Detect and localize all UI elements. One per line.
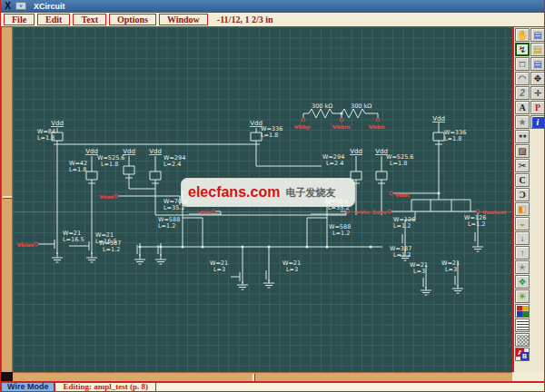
vertical-scrollbar-thumb[interactable] (3, 196, 12, 199)
schematic-label: L=3 (445, 266, 457, 273)
zoom-out-button[interactable]: ✥ (530, 72, 545, 85)
zoom-in-button[interactable]: ✛ (530, 86, 545, 100)
schematic-label: L=1.8 (69, 166, 86, 173)
spline-tool-icon: 2 (520, 88, 525, 98)
vertical-scrollbar[interactable] (1, 27, 13, 372)
copy-tool-button[interactable]: ★★ (515, 130, 530, 143)
schematic-label: +Vin (355, 209, 370, 215)
make-object-button[interactable]: ✭ (515, 260, 530, 274)
title-bar: X v XCircuit (1, 0, 545, 12)
edit-tool-button[interactable]: ▨ (515, 144, 530, 158)
schematic-label: L=1.2 (468, 220, 485, 228)
mode-indicator: Wire Mode (1, 382, 54, 392)
rotate-ccw-button[interactable]: Ɔ (515, 188, 530, 201)
schematic-label: L=1.8 (101, 161, 118, 168)
wire-tool-button[interactable]: ↯ (515, 43, 530, 56)
library-catalog-icon: ▤ (533, 30, 541, 40)
schematic-label: L=3 (213, 266, 225, 273)
horizontal-scrollbar-thumb[interactable] (253, 374, 255, 381)
text-tool-button[interactable]: A (515, 101, 530, 114)
arc-tool-button[interactable]: ◠ (515, 72, 530, 85)
menu-bar: File Edit Text Options Window -11/12, 1 … (1, 12, 545, 27)
box-tool-button[interactable]: □ (515, 57, 530, 71)
menu-text[interactable]: Text (73, 14, 106, 25)
parameter-tool-button[interactable]: P (530, 101, 545, 114)
status-bar-filler (156, 382, 545, 392)
flip-horizontal-icon: ◧ (518, 204, 526, 214)
schematic-label: Vdd (123, 148, 135, 155)
editing-status: Editing: ampl_test (p. 8) (54, 382, 156, 392)
join-elements-icon: ❖ (519, 277, 527, 287)
border-style-button[interactable] (515, 318, 530, 332)
menu-file[interactable]: File (4, 14, 35, 25)
symbol-schematic-toggle-button[interactable]: AB (515, 348, 530, 361)
watermark-text: elecfans.com (188, 184, 280, 201)
schematic-label: Cdec (372, 209, 388, 215)
color-palette-button[interactable] (515, 304, 530, 318)
flip-horizontal-button[interactable]: ◧ (515, 202, 530, 216)
cursor-coordinates: -11/12, 1 2/3 in (217, 15, 273, 24)
schematic-label: Vbbm (332, 123, 351, 130)
text-tool-icon: A (519, 103, 525, 113)
delete-tool-icon: ✂ (519, 161, 526, 171)
unjoin-elements-button[interactable]: ✳ (515, 289, 530, 303)
schematic-label: Vdd (432, 115, 445, 122)
pop-from-object-icon: ↑ (520, 248, 525, 258)
menu-options[interactable]: Options (109, 14, 156, 25)
info-tool-icon: i (537, 117, 540, 127)
library-catalog-button[interactable]: ▤ (530, 28, 545, 42)
schematic-label: Vdd (375, 148, 388, 155)
copy-tool-icon: ★★ (519, 133, 527, 139)
schematic-label: Vcas (99, 193, 114, 200)
move-tool-button[interactable]: ★ (515, 115, 530, 129)
horizontal-scrollbar[interactable] (13, 372, 512, 381)
window-menu-button[interactable]: v (15, 2, 26, 10)
schematic-label: L=1.8 (444, 135, 461, 142)
schematic-label: Vdd (350, 148, 362, 155)
zoom-out-icon: ✥ (534, 74, 541, 83)
wire-tool-icon: ↯ (519, 44, 526, 54)
window-logo-icon: X (3, 1, 13, 11)
schematic-canvas[interactable]: W=84L=1.8W=42L=1.8W=525.6L=1.8W=294L=2.4… (13, 27, 512, 372)
pop-from-object-button[interactable]: ↑ (515, 246, 530, 260)
symbol-schematic-toggle-icon: B (520, 352, 529, 360)
window-title: XCircuit (34, 2, 65, 11)
schematic-label: L=3 (286, 266, 298, 273)
delete-tool-button[interactable]: ✂ (515, 159, 530, 172)
xcircuit-window: X v XCircuit File Edit Text Options Wind… (0, 0, 545, 392)
push-to-object-button[interactable]: ↓ (515, 231, 530, 245)
schematic-label: L=1.2 (332, 230, 350, 237)
schematic-label: 300 kΩ (351, 103, 372, 110)
flip-vertical-icon: ◒ (520, 219, 525, 229)
flip-vertical-button[interactable]: ◒ (515, 217, 530, 230)
rotate-ccw-icon: Ɔ (519, 190, 525, 200)
status-bar: Wire Mode Editing: ampl_test (p. 8) (1, 381, 545, 392)
pan-tool-button[interactable]: ✋ (515, 28, 530, 42)
fill-style-button[interactable] (515, 333, 530, 347)
watermark-cn-text: 电子发烧友 (285, 186, 335, 200)
rotate-cw-button[interactable]: C (515, 173, 530, 187)
schematic-label: L=1.2 (158, 222, 175, 230)
tool-palette: ✋▤↯▤□▤◠✥2✛AP★i★★▨✂CƆ◧◒↓↑✭❖✳AB (512, 27, 545, 372)
arc-tool-icon: ◠ (519, 74, 527, 83)
schematic-label: L=1.8 (261, 132, 278, 139)
box-tool-icon: □ (520, 59, 525, 69)
spline-tool-button[interactable]: 2 (515, 86, 530, 100)
watermark: elecfans.com 电子发烧友 (181, 178, 355, 207)
library-directory-button[interactable]: ▤ (530, 57, 545, 71)
schematic-label: L=1.2 (103, 246, 120, 253)
schematic-label: L=1.2 (393, 251, 411, 259)
page-catalog-button[interactable]: ▤ (530, 43, 545, 56)
move-tool-icon: ★ (519, 117, 527, 127)
page-catalog-icon: ▤ (533, 44, 541, 54)
schematic-label: Vdd (250, 120, 263, 127)
schematic-label: Vdd (85, 148, 98, 155)
menu-window[interactable]: Window (159, 14, 208, 25)
schematic-label: Vdd (51, 120, 64, 127)
join-elements-button[interactable]: ❖ (515, 275, 530, 289)
schematic-label: L=3 (413, 268, 425, 275)
rotate-cw-icon: C (519, 175, 525, 185)
info-tool-button[interactable]: i (530, 115, 545, 129)
edit-tool-icon: ▨ (518, 146, 526, 156)
menu-edit[interactable]: Edit (37, 14, 70, 25)
